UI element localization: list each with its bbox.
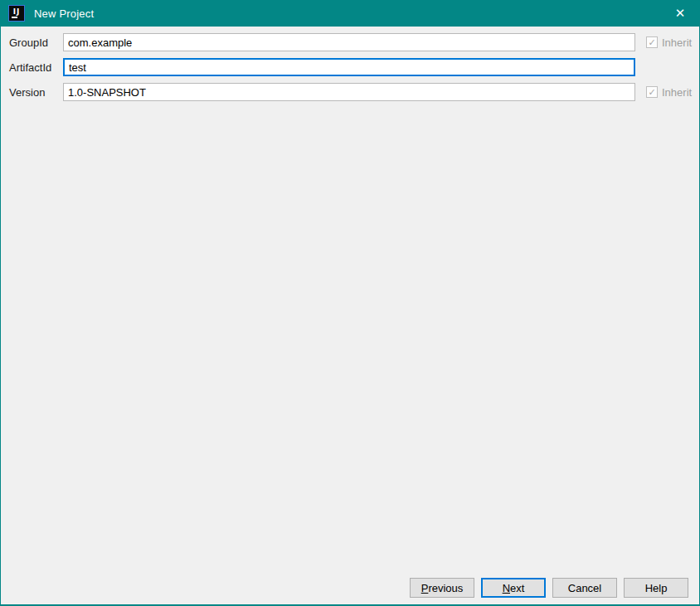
maven-coordinates-form: GroupId ✓ Inherit ArtifactId Version ✓ I…: [1, 27, 699, 101]
inherit-label: Inherit: [662, 86, 692, 99]
groupid-input[interactable]: [63, 33, 635, 51]
previous-button[interactable]: Previous: [410, 578, 474, 598]
cancel-button[interactable]: Cancel: [552, 578, 617, 598]
app-icon-text: IJ: [13, 7, 21, 21]
artifactid-label: ArtifactId: [9, 61, 63, 74]
window-title: New Project: [34, 7, 94, 20]
groupid-inherit: ✓ Inherit: [646, 36, 692, 49]
artifactid-input[interactable]: [63, 58, 635, 76]
version-input[interactable]: [63, 83, 635, 101]
close-button[interactable]: ✕: [661, 0, 699, 27]
help-button[interactable]: Help: [624, 578, 688, 598]
close-icon: ✕: [675, 6, 686, 21]
inherit-label: Inherit: [662, 36, 692, 49]
version-row: Version ✓ Inherit: [9, 83, 699, 101]
next-button[interactable]: Next: [481, 578, 546, 598]
titlebar[interactable]: IJ New Project ✕: [1, 0, 699, 27]
app-icon-underscore: [12, 17, 17, 18]
version-label: Version: [9, 86, 63, 99]
dialog-buttons: Previous Next Cancel Help: [410, 578, 688, 598]
new-project-dialog: IJ New Project ✕ GroupId ✓ Inherit Artif…: [0, 0, 700, 606]
inherit-checkbox-checked-icon[interactable]: ✓: [646, 36, 658, 48]
version-inherit: ✓ Inherit: [646, 86, 692, 99]
inherit-checkbox-checked-icon[interactable]: ✓: [646, 86, 658, 98]
groupid-label: GroupId: [9, 36, 63, 49]
intellij-idea-logo-icon: IJ: [8, 5, 25, 22]
groupid-row: GroupId ✓ Inherit: [9, 33, 699, 51]
artifactid-row: ArtifactId: [9, 58, 699, 76]
